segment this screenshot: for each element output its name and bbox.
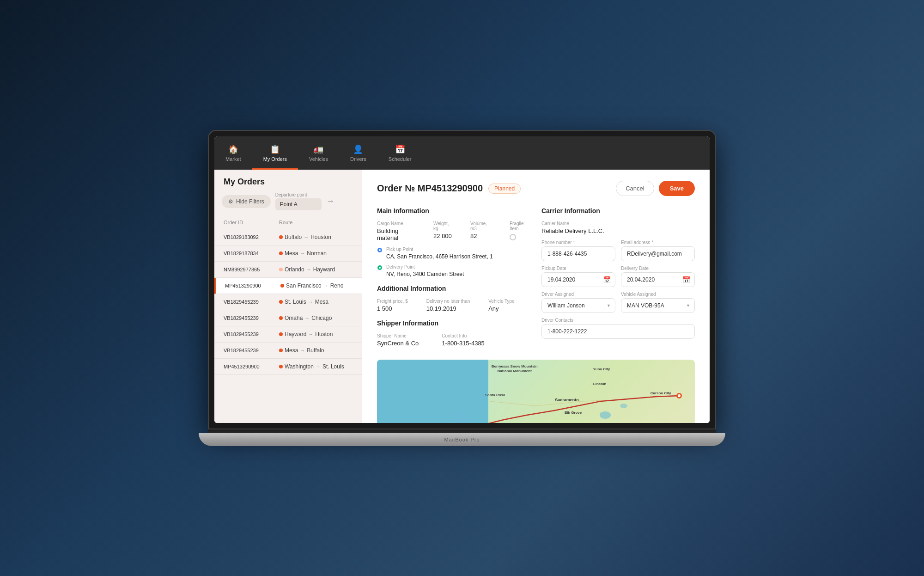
- svg-point-6: [620, 404, 627, 408]
- volume-value: 82: [470, 233, 491, 239]
- phone-label: Phone number *: [541, 240, 615, 245]
- route-dot: [279, 332, 283, 336]
- pickup-label: Pick up Point: [386, 247, 493, 252]
- save-button[interactable]: Save: [659, 181, 695, 196]
- delivery-pin-icon: [377, 265, 383, 272]
- table-row[interactable]: VB1829455239 Omaha → Chicago: [214, 310, 362, 326]
- freight-value: 1 500: [377, 305, 408, 312]
- route-from: Washington: [285, 363, 314, 370]
- delivery-no-later-value: 10.19.2019: [426, 305, 470, 312]
- table-row[interactable]: VB1829183092 Buffalo → Houston: [214, 229, 362, 245]
- vehicle-type-label: Vehicle Type: [488, 299, 515, 304]
- laptop-screen: 🏠 Market 📋 My Orders 🚛 Vehicles 👤 Driver…: [208, 130, 716, 429]
- order-route-cell: St. Louis → Mesa: [279, 299, 353, 305]
- svg-point-5: [600, 411, 611, 419]
- driver-contacts-input[interactable]: [541, 324, 695, 339]
- table-row[interactable]: VB1829455239 Hayward → Huston: [214, 326, 362, 343]
- route-from: Orlando: [285, 266, 304, 273]
- nav-item-market[interactable]: 🏠 Market: [214, 136, 252, 170]
- route-dot: [279, 316, 283, 320]
- freight-label: Freight price, $: [377, 299, 408, 304]
- map-label-carson-city: Carson City: [650, 391, 671, 395]
- main-info-title: Main Information: [377, 207, 530, 214]
- weight-value: 22 800: [433, 233, 452, 239]
- fragile-label: Fragile Item: [510, 221, 530, 231]
- pickup-pin-icon: [377, 247, 383, 255]
- nav-item-scheduler[interactable]: 📅 Scheduler: [377, 136, 423, 170]
- map-label-elk-grove: Elk Grove: [565, 411, 582, 415]
- order-route-cell: San Francisco → Reno: [280, 282, 353, 289]
- sidebar-filters: ⚙ Hide Filters Departure point →: [214, 192, 362, 216]
- vehicle-group: Vehicle Assigned MAN VOB-95A VOLVO XC-12…: [621, 292, 695, 313]
- table-row[interactable]: VB1829187834 Mesa → Norman: [214, 245, 362, 262]
- route-arrow: →: [300, 251, 305, 256]
- nav-label-scheduler: Scheduler: [389, 156, 412, 162]
- route-to: Buffalo: [307, 347, 324, 354]
- phone-input[interactable]: [541, 246, 615, 261]
- right-column: Carrier Information Carrier Name Reliabl…: [541, 207, 695, 352]
- svg-point-3: [379, 267, 381, 269]
- screen-inner: 🏠 Market 📋 My Orders 🚛 Vehicles 👤 Driver…: [214, 136, 710, 423]
- shipper-contact-label: Contact Info: [442, 333, 485, 338]
- shipper-name-group: Shipper Name SynCreon & Co: [377, 333, 419, 347]
- header-order-id: Order ID: [224, 220, 279, 225]
- route-to: Norman: [307, 250, 327, 257]
- route-to: Houston: [310, 234, 331, 240]
- route-arrow: →: [306, 267, 311, 272]
- hide-filters-button[interactable]: ⚙ Hide Filters: [222, 195, 271, 208]
- map-label-sacramento: Sacramento: [555, 398, 579, 402]
- table-row[interactable]: VB1829455239 St. Louis → Mesa: [214, 294, 362, 310]
- order-route-cell: Mesa → Norman: [279, 250, 353, 257]
- driver-select[interactable]: William Jonson John Smith Mike Davis: [541, 298, 615, 313]
- sidebar-title: My Orders: [214, 170, 362, 192]
- route-arrow: →: [308, 331, 313, 337]
- route-from: Omaha: [285, 315, 303, 321]
- vehicle-type-group: Vehicle Type Any: [488, 299, 515, 312]
- map-label-stockton: Stockton: [571, 423, 587, 423]
- nav-item-my-orders[interactable]: 📋 My Orders: [252, 136, 298, 170]
- svg-point-4: [451, 411, 468, 423]
- vehicle-label: Vehicle Assigned: [621, 292, 695, 297]
- route-from: St. Louis: [285, 299, 306, 305]
- map-label-yuba-city: Yuba City: [593, 367, 610, 371]
- delivery-label: Delivery Point: [386, 264, 464, 270]
- order-route-cell: Orlando → Hayward: [279, 266, 353, 273]
- cancel-button[interactable]: Cancel: [616, 181, 654, 196]
- vehicle-type-value: Any: [488, 305, 515, 312]
- additional-fields-row: Freight price, $ 1 500 Delivery no later…: [377, 299, 530, 312]
- route-dot: [279, 235, 283, 239]
- nav-item-vehicles[interactable]: 🚛 Vehicles: [298, 136, 339, 170]
- volume-group: Volume, m3 82: [470, 221, 491, 241]
- route-arrow: →: [308, 299, 313, 305]
- table-row[interactable]: MP4513290900 San Francisco → Reno: [214, 278, 362, 294]
- delivery-date-input-wrapper: 📅: [621, 272, 695, 287]
- cargo-name-label: Cargo Name: [377, 221, 415, 226]
- order-number: Order № MP4513290900: [377, 183, 483, 194]
- order-id-cell: NM8992977865: [224, 267, 279, 272]
- route-arrow: →: [304, 315, 310, 321]
- sidebar: My Orders ⚙ Hide Filters Departure point…: [214, 170, 362, 423]
- map-label-santa-rosa: Santa Rosa: [485, 393, 505, 397]
- table-header: Order ID Route: [214, 216, 362, 229]
- driver-group: Driver Assigned William Jonson John Smit…: [541, 292, 615, 313]
- email-input[interactable]: [621, 246, 695, 261]
- departure-input[interactable]: [275, 198, 322, 210]
- route-to: Mesa: [315, 299, 328, 305]
- table-row[interactable]: VB1829455239 Mesa → Buffalo: [214, 343, 362, 359]
- shipper-name-value: SynCreon & Co: [377, 340, 419, 347]
- shipper-contact-group: Contact Info 1-800-315-4385: [442, 333, 485, 347]
- table-row[interactable]: MP4513290900 Washington → St. Louis: [214, 359, 362, 375]
- table-row[interactable]: NM8992977865 Orlando → Hayward: [214, 262, 362, 278]
- vehicle-select[interactable]: MAN VOB-95A VOLVO XC-12 SCANIA R450: [621, 298, 695, 313]
- pickup-date-input-wrapper: 📅: [541, 272, 615, 287]
- laptop-notch: [208, 429, 716, 433]
- driver-select-wrapper: William Jonson John Smith Mike Davis: [541, 298, 615, 313]
- header-route: Route: [279, 220, 353, 225]
- departure-group: Departure point: [275, 192, 322, 210]
- route-from: Buffalo: [285, 234, 302, 240]
- order-route-cell: Hayward → Huston: [279, 331, 353, 337]
- order-id-cell: MP4513290900: [225, 283, 280, 288]
- order-id-cell: VB1829187834: [224, 251, 279, 256]
- email-group: Email address *: [621, 240, 695, 261]
- nav-item-drivers[interactable]: 👤 Drivers: [339, 136, 377, 170]
